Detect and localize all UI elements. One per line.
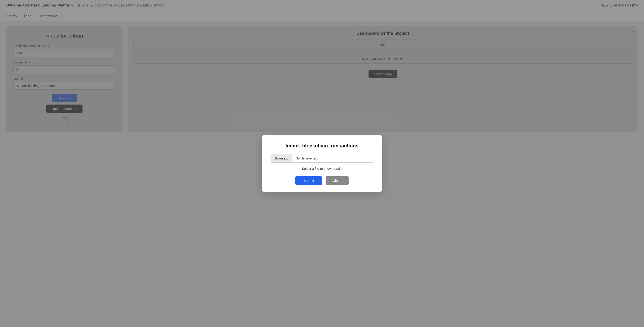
import-modal: Import blockchain transactions Browse...… (262, 135, 382, 192)
submit-button[interactable]: Submit (296, 176, 322, 185)
file-hint: Select a file to show details (270, 167, 374, 170)
modal-actions: Submit Close (270, 176, 374, 185)
modal-title: Import blockchain transactions (270, 143, 374, 149)
browse-button[interactable]: Browse... (271, 154, 292, 162)
file-input-row: Browse... No file selected. (270, 154, 374, 163)
close-button[interactable]: Close (326, 176, 348, 185)
file-name-display: No file selected. (292, 154, 373, 162)
modal-overlay: Import blockchain transactions Browse...… (0, 0, 644, 327)
